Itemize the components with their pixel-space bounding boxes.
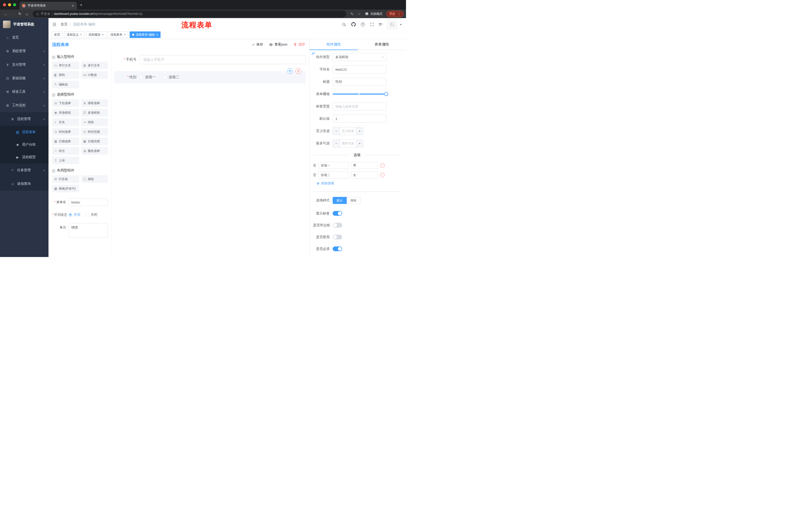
palette-item-cascader[interactable]: ≣级联选择 (81, 99, 108, 107)
style-button-button[interactable]: 按钮 (347, 197, 360, 204)
delete-field-button[interactable] (295, 68, 301, 74)
canvas-field-phone[interactable]: *手机号 (114, 55, 306, 64)
tag-close-icon[interactable]: × (80, 33, 82, 36)
palette-item-editor[interactable]: ✎编辑器 (52, 81, 79, 88)
search-icon[interactable] (342, 22, 346, 27)
drag-handle-icon[interactable]: ☰ (313, 163, 316, 167)
tag-close-icon[interactable]: × (102, 33, 104, 36)
sidebar-item-user-groups[interactable]: ☻ 用户分组 (0, 138, 49, 151)
decrease-button[interactable]: − (333, 127, 340, 135)
forward-button[interactable]: → (9, 10, 16, 17)
tag-process-model[interactable]: 流程模型 × (86, 31, 106, 38)
sidebar-item-payment-management[interactable]: ¥ 支付管理 ∨ (0, 58, 49, 72)
sidebar-item-system-management[interactable]: ⚙ 系统管理 ∨ (0, 44, 49, 58)
help-icon[interactable]: ? (361, 22, 365, 26)
decrease-button[interactable]: − (333, 140, 340, 147)
tag-process-definition[interactable]: 流程定义 × (64, 31, 84, 38)
gender-option1-checkbox[interactable]: 选项一 (140, 75, 155, 79)
sidebar-item-task-management[interactable]: ⚐ 任务管理 ∨ (0, 163, 49, 177)
back-button[interactable]: ← (2, 10, 9, 17)
default-value-input[interactable] (332, 115, 386, 123)
option1-value-input[interactable] (351, 162, 378, 169)
required-switch[interactable] (332, 246, 342, 251)
palette-item-slider[interactable]: ⊸滑块 (81, 118, 108, 126)
avatar[interactable] (387, 20, 397, 29)
show-label-switch[interactable] (332, 211, 342, 216)
font-size-icon[interactable]: TT (379, 22, 383, 27)
palette-item-password[interactable]: ◧密码 (52, 71, 79, 79)
increase-button[interactable]: + (356, 127, 363, 135)
tag-close-icon[interactable]: × (124, 33, 126, 36)
palette-item-date-range[interactable]: ▩日期范围 (81, 138, 108, 145)
update-chip[interactable]: 更新 ⋮ (386, 11, 404, 17)
browser-tab[interactable]: 芋道管理系统 × (20, 2, 77, 9)
style-default-button[interactable]: 默认 (332, 197, 347, 204)
palette-item-counter[interactable]: 123计数器 (81, 71, 108, 79)
tag-home[interactable]: 首页 (52, 31, 63, 38)
border-switch[interactable] (332, 223, 342, 227)
palette-item-row-container[interactable]: ⊞行容器 (52, 175, 79, 183)
min-select-placeholder[interactable]: 至少应选 (340, 127, 356, 135)
home-button[interactable]: ⌂ (24, 10, 30, 17)
tag-process-form[interactable]: 流程表单 × (108, 31, 128, 38)
clear-button[interactable]: 清空 (293, 42, 305, 47)
sidebar-item-process-form[interactable]: ▤ 流程表单 (0, 126, 49, 138)
sidebar-item-workflow[interactable]: ⊞ 工作流程 ∧ (0, 99, 49, 112)
window-close-button[interactable] (3, 3, 6, 6)
new-tab-button[interactable]: + (77, 2, 82, 9)
option1-label-input[interactable] (319, 162, 349, 169)
browser-menu-icon[interactable]: ⋮ (398, 12, 401, 16)
component-type-select[interactable] (332, 53, 386, 61)
tag-close-icon[interactable]: × (156, 33, 158, 36)
form-grid-slider[interactable] (332, 90, 386, 98)
form-remark-textarea[interactable]: 嘿嘿 (68, 223, 108, 238)
tab-form-props[interactable]: 表单属性 (358, 39, 406, 50)
sidebar-item-process-management[interactable]: ≣ 流程管理 ∧ (0, 112, 49, 126)
phone-input[interactable] (140, 55, 306, 64)
palette-item-time-range[interactable]: ◴时间范围 (81, 128, 108, 136)
github-icon[interactable] (351, 22, 356, 27)
option2-label-input[interactable] (319, 171, 349, 179)
canvas-field-gender-selected[interactable]: *性别 选项一 选项二 (114, 71, 306, 83)
palette-item-color-picker[interactable]: ◍颜色选择 (81, 147, 108, 155)
status-radio-off[interactable]: 关闭 (86, 213, 97, 217)
palette-item-switch[interactable]: ◐开关 (52, 118, 79, 126)
save-button[interactable]: ✓ 保存 (252, 42, 263, 47)
palette-item-single-line-text[interactable]: ▭单行文本 (52, 62, 79, 69)
form-canvas[interactable]: *手机号 (111, 50, 309, 257)
sidebar-item-dev-tools[interactable]: ⚒ 研发工具 ∨ (0, 85, 49, 99)
window-zoom-button[interactable] (13, 3, 16, 6)
tag-process-form-edit[interactable]: 流程表单-编辑 × (129, 31, 161, 38)
palette-item-upload[interactable]: ↥上传 (52, 157, 79, 164)
tab-close-icon[interactable]: × (71, 4, 75, 8)
max-select-placeholder[interactable]: 最多可选 (340, 140, 356, 147)
drag-handle-icon[interactable]: ☰ (313, 173, 316, 177)
slider-handle[interactable] (384, 92, 388, 96)
increase-button[interactable]: + (356, 140, 363, 147)
gender-option2-checkbox[interactable]: 选项二 (163, 75, 179, 79)
label-width-input[interactable] (332, 102, 386, 110)
add-option-button[interactable]: ⊕ 添加选项 (317, 181, 401, 186)
option2-value-input[interactable] (351, 171, 378, 179)
breadcrumb-home[interactable]: 首页 (61, 22, 67, 27)
sidebar-item-process-model[interactable]: ▶ 流程模型 (0, 151, 49, 163)
bookmark-star-icon[interactable]: ☆ (356, 12, 362, 16)
palette-item-table[interactable]: ▦表格[开发中] (52, 185, 79, 192)
disabled-switch[interactable] (332, 235, 342, 239)
palette-item-date-picker[interactable]: ▦日期选择 (52, 138, 79, 145)
copy-field-button[interactable] (287, 68, 293, 74)
url-bar[interactable]: ⚠ 不安全 dashboard.yudao.iocoder.cn/bpm/man… (33, 10, 346, 17)
reload-button[interactable]: ↻ (17, 10, 23, 17)
title-input[interactable] (332, 78, 386, 86)
palette-item-rate[interactable]: ☆评分 (52, 147, 79, 155)
palette-item-checkbox-group[interactable]: ☑多选框组 (81, 109, 108, 116)
palette-item-button[interactable]: ▢按钮 (81, 175, 108, 183)
sidebar-item-leave-query[interactable]: ☺ 请假查询 (0, 177, 49, 191)
sidebar-item-home[interactable]: ⌂ 首页 (0, 31, 49, 44)
remove-option-button[interactable]: − (380, 173, 385, 177)
sidebar-item-infrastructure[interactable]: ⊡ 基础设施 ∨ (0, 72, 49, 85)
palette-item-time-picker[interactable]: ◷时间选择 (52, 128, 79, 136)
palette-item-radio-group[interactable]: ◉单选框组 (52, 109, 79, 116)
palette-item-multi-line-text[interactable]: ▤多行文本 (81, 62, 108, 69)
fullscreen-icon[interactable] (370, 22, 374, 26)
